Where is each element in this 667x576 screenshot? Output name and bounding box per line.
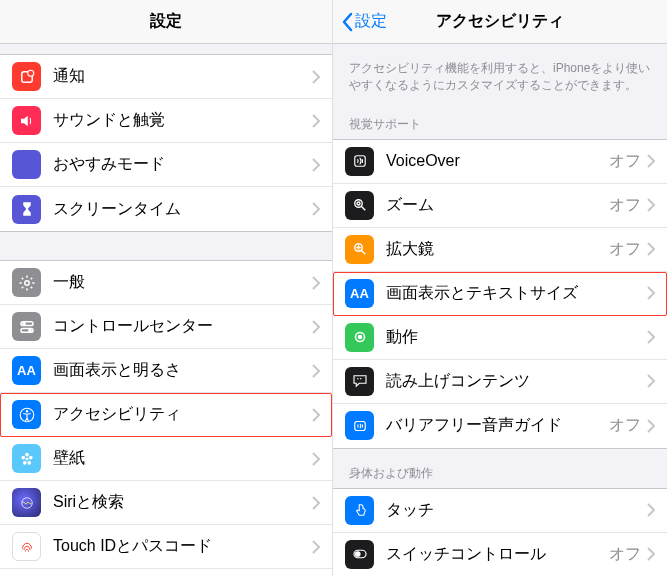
flower-icon — [12, 444, 41, 473]
row-label: 動作 — [386, 327, 647, 348]
svg-point-14 — [21, 455, 25, 459]
chevron-right-icon — [647, 503, 655, 517]
section-header-visual: 視覚サポート — [333, 100, 667, 139]
row-label: アクセシビリティ — [53, 404, 312, 425]
row-label: 通知 — [53, 66, 312, 87]
row-zoom[interactable]: ズーム オフ — [333, 184, 667, 228]
svg-point-21 — [358, 336, 361, 339]
row-sounds[interactable]: サウンドと触覚 — [0, 99, 332, 143]
chevron-right-icon — [312, 320, 320, 334]
chevron-right-icon — [312, 540, 320, 554]
text-size-icon: AA — [345, 279, 374, 308]
chevron-right-icon — [647, 330, 655, 344]
row-value: オフ — [609, 195, 641, 216]
moon-icon — [12, 150, 41, 179]
row-accessibility[interactable]: アクセシビリティ — [0, 393, 332, 437]
row-label: タッチ — [386, 500, 647, 521]
svg-point-24 — [355, 552, 360, 557]
navbar-title: 設定 — [150, 11, 182, 32]
row-label: ズーム — [386, 195, 609, 216]
settings-group-1: 通知 サウンドと触覚 おやすみモード ス — [0, 54, 332, 232]
toggles-icon — [12, 312, 41, 341]
svg-point-8 — [25, 410, 27, 412]
speech-bubble-icon — [345, 367, 374, 396]
motion-icon — [345, 323, 374, 352]
row-controlcenter[interactable]: コントロールセンター — [0, 305, 332, 349]
svg-point-6 — [28, 329, 30, 331]
svg-point-17 — [354, 200, 362, 208]
siri-icon — [12, 488, 41, 517]
row-magnifier[interactable]: 拡大鏡 オフ — [333, 228, 667, 272]
row-label: 読み上げコンテンツ — [386, 371, 647, 392]
switch-control-icon — [345, 540, 374, 569]
row-value: オフ — [609, 151, 641, 172]
chevron-right-icon — [647, 286, 655, 300]
accessibility-icon — [12, 400, 41, 429]
chevron-right-icon — [312, 158, 320, 172]
chevron-right-icon — [647, 198, 655, 212]
zoom-icon — [345, 191, 374, 220]
voiceover-icon — [345, 147, 374, 176]
chevron-right-icon — [312, 202, 320, 216]
row-touchid[interactable]: Touch IDとパスコード — [0, 525, 332, 569]
chevron-right-icon — [647, 374, 655, 388]
svg-rect-16 — [354, 156, 365, 167]
row-notifications[interactable]: 通知 — [0, 55, 332, 99]
row-label: スイッチコントロール — [386, 544, 609, 565]
chevron-right-icon — [312, 114, 320, 128]
row-value: オフ — [609, 239, 641, 260]
navbar-right: 設定 アクセシビリティ — [333, 0, 667, 44]
row-label: サウンドと触覚 — [53, 110, 312, 131]
row-general[interactable]: 一般 — [0, 261, 332, 305]
accessibility-list[interactable]: アクセシビリティ機能を利用すると、iPhoneをより使いやすくなるようにカスタマ… — [333, 44, 667, 576]
svg-point-10 — [25, 452, 29, 456]
svg-rect-22 — [354, 421, 365, 430]
back-button[interactable]: 設定 — [341, 11, 387, 32]
row-voiceover[interactable]: VoiceOver オフ — [333, 140, 667, 184]
chevron-right-icon — [647, 242, 655, 256]
chevron-right-icon — [312, 276, 320, 290]
row-displaytext[interactable]: AA 画面表示とテキストサイズ — [333, 272, 667, 316]
svg-point-9 — [25, 457, 28, 460]
row-label: おやすみモード — [53, 154, 312, 175]
row-label: Siriと検索 — [53, 492, 312, 513]
chevron-right-icon — [312, 496, 320, 510]
visual-group: VoiceOver オフ ズーム オフ 拡大鏡 オフ — [333, 139, 667, 449]
svg-point-12 — [27, 460, 31, 464]
row-motion[interactable]: 動作 — [333, 316, 667, 360]
navbar-left: 設定 — [0, 0, 332, 44]
row-display[interactable]: AA 画面表示と明るさ — [0, 349, 332, 393]
row-value: オフ — [609, 415, 641, 436]
section-header-physical: 身体および動作 — [333, 449, 667, 488]
row-siri[interactable]: Siriと検索 — [0, 481, 332, 525]
chevron-right-icon — [312, 408, 320, 422]
fingerprint-icon — [12, 532, 41, 561]
row-screentime[interactable]: スクリーンタイム — [0, 187, 332, 231]
chevron-right-icon — [647, 547, 655, 561]
settings-group-2: 一般 コントロールセンター AA 画面表示と明るさ アクセシビリティ — [0, 260, 332, 576]
accessibility-pane: 設定 アクセシビリティ アクセシビリティ機能を利用すると、iPhoneをより使い… — [333, 0, 667, 576]
chevron-right-icon — [647, 419, 655, 433]
svg-point-5 — [22, 322, 24, 324]
touch-icon — [345, 496, 374, 525]
row-label: コントロールセンター — [53, 316, 312, 337]
svg-point-2 — [24, 280, 29, 285]
audio-description-icon — [345, 411, 374, 440]
row-label: スクリーンタイム — [53, 199, 312, 220]
row-value: オフ — [609, 544, 641, 565]
row-touch[interactable]: タッチ — [333, 489, 667, 533]
magnifier-icon — [345, 235, 374, 264]
row-switchctrl[interactable]: スイッチコントロール オフ — [333, 533, 667, 576]
settings-list[interactable]: 通知 サウンドと触覚 おやすみモード ス — [0, 44, 332, 576]
svg-point-18 — [357, 202, 360, 205]
svg-point-13 — [22, 460, 26, 464]
row-sos[interactable]: SOS 緊急SOS — [0, 569, 332, 576]
row-dnd[interactable]: おやすみモード — [0, 143, 332, 187]
notifications-icon — [12, 62, 41, 91]
row-spoken[interactable]: 読み上げコンテンツ — [333, 360, 667, 404]
row-audiodesc[interactable]: バリアフリー音声ガイド オフ — [333, 404, 667, 448]
row-label: バリアフリー音声ガイド — [386, 415, 609, 436]
description-text: アクセシビリティ機能を利用すると、iPhoneをより使いやすくなるようにカスタマ… — [333, 44, 667, 100]
row-wallpaper[interactable]: 壁紙 — [0, 437, 332, 481]
navbar-title: アクセシビリティ — [436, 11, 564, 32]
